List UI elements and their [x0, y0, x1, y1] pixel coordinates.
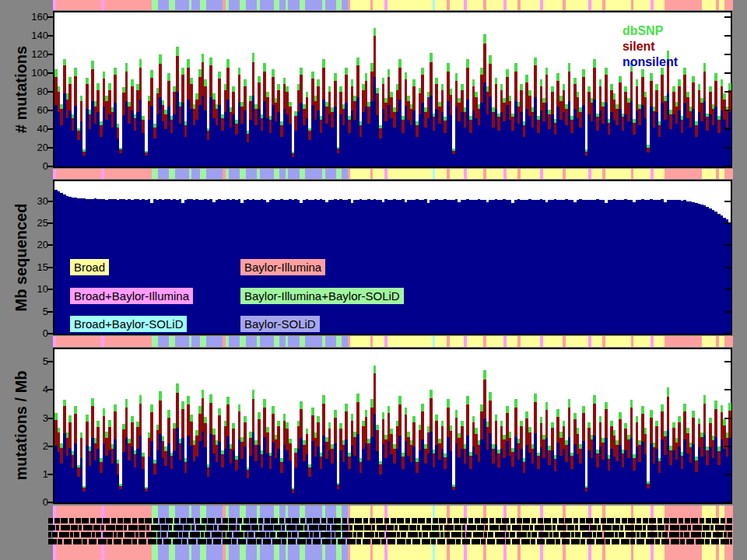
bar-segment: [551, 86, 554, 92]
bar-segment: [286, 422, 289, 428]
bar-segment: [709, 418, 712, 424]
bar-segment: [258, 76, 261, 82]
bar-segment: [131, 79, 134, 86]
bar-segment: [407, 432, 410, 437]
bar-segment: [345, 75, 348, 103]
bar-segment: [655, 84, 658, 89]
bar-segment: [435, 415, 438, 421]
y-tick-label: 5: [22, 306, 48, 317]
bar-segment: [306, 92, 309, 97]
y-tick-mark-left: [47, 166, 53, 167]
bar-segment: [258, 419, 261, 445]
y-tick-label: 100: [22, 68, 48, 79]
bar-segment: [218, 415, 221, 441]
bar-segment: [306, 434, 309, 454]
bar-segment: [68, 77, 72, 85]
sample-labels-row-4: [48, 539, 732, 544]
bar-segment: [68, 84, 72, 110]
bar-segment: [277, 426, 280, 449]
bar-segment: [545, 410, 549, 439]
bar-segment: [430, 390, 433, 399]
bar-segment: [545, 402, 549, 410]
bar-segment: [176, 393, 179, 429]
bar-segment: [226, 59, 230, 68]
bar-segment: [266, 427, 269, 432]
bar-segment: [390, 429, 393, 434]
y-tick-label: 20: [22, 142, 48, 153]
bar-segment: [277, 90, 280, 113]
y-tick-mark-left: [47, 289, 53, 290]
bar-segment: [86, 84, 89, 108]
y-tick-mark-right: [724, 16, 731, 18]
legend-silent: silent: [622, 39, 678, 54]
bar-segment: [238, 404, 241, 412]
bar-segment: [619, 412, 622, 418]
bar-segment: [683, 404, 686, 411]
y-tick-mark-left: [47, 222, 53, 224]
bar-segment: [311, 408, 314, 415]
bar-segment: [187, 396, 190, 404]
bar-segment: [374, 373, 377, 414]
bar-segment: [587, 86, 591, 92]
rate-bars: [54, 349, 731, 502]
bar-segment: [209, 58, 212, 66]
bar-segment: [412, 79, 416, 86]
bar-segment: [466, 59, 469, 68]
bar-segment: [300, 409, 303, 438]
bar-segment: [483, 380, 486, 418]
bar-segment: [266, 92, 269, 97]
bar-segment: [450, 425, 453, 431]
bar-segment: [91, 398, 94, 407]
bar-segment: [605, 409, 608, 438]
bar-segment: [610, 84, 613, 89]
panel-num-mutations: dbSNP silent nonsilent: [53, 11, 732, 168]
bar-segment: [534, 58, 537, 66]
bar-segment: [365, 73, 368, 81]
y-tick-mark-right: [724, 72, 731, 74]
bar-segment: [204, 423, 207, 447]
bar-segment: [139, 404, 142, 436]
bar-segment: [114, 75, 117, 103]
bar-segment: [692, 418, 695, 444]
legend-baylor-illumina: Baylor-Illumina: [240, 259, 325, 275]
bar-segment: [244, 86, 247, 110]
y-tick-label: 30: [22, 196, 48, 207]
y-tick-mark-right: [724, 54, 731, 55]
sample-labels-row-2: [48, 525, 732, 530]
bar-segment: [551, 422, 554, 428]
y-tick-mark-left: [47, 361, 53, 362]
y-tick-mark-left: [47, 502, 53, 503]
bar-segment: [545, 68, 549, 75]
bar-segment: [54, 413, 58, 420]
bar-segment: [525, 411, 528, 419]
bar-segment: [390, 92, 393, 97]
y-tick-label: 160: [22, 12, 48, 23]
center-stripe: [730, 336, 733, 347]
bar-segment: [678, 79, 681, 86]
bar-segment: [495, 78, 498, 84]
bar-segment: [167, 410, 170, 418]
bar-segment: [190, 415, 193, 421]
bar-segment: [356, 65, 359, 97]
y-tick-mark-left: [47, 72, 53, 74]
bar-segment: [644, 97, 647, 117]
bar-segment: [582, 69, 585, 77]
bar: [728, 222, 731, 334]
bar-segment: [266, 432, 269, 453]
bar-segment: [376, 430, 379, 451]
bar-segment: [131, 86, 134, 110]
bar-segment: [328, 86, 331, 92]
bar-segment: [728, 222, 731, 334]
bar-segment: [96, 427, 100, 449]
y-tick-mark-left: [47, 147, 53, 149]
bar-segment: [455, 73, 458, 81]
bar-segment: [650, 418, 653, 443]
bar-segment: [322, 59, 325, 68]
bar-segment: [181, 75, 184, 103]
bar-segment: [495, 415, 498, 421]
bar-segment: [655, 421, 658, 426]
bar-segment: [181, 401, 184, 409]
bar-segment: [258, 412, 261, 418]
bar-segment: [475, 92, 478, 97]
bar-segment: [258, 82, 261, 109]
